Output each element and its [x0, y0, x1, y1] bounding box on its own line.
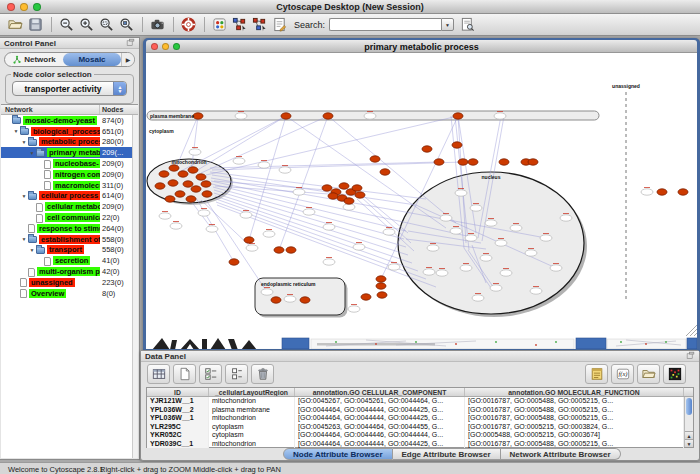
- small-node[interactable]: [455, 190, 467, 196]
- small-node[interactable]: [495, 240, 507, 246]
- scroll-down-icon[interactable]: ▼: [685, 439, 693, 447]
- table-row[interactable]: YPL036W__1mitochondrion[GO:0044464, GO:0…: [147, 414, 693, 423]
- import-attributes-icon[interactable]: [637, 364, 660, 384]
- small-node[interactable]: [470, 205, 482, 211]
- node[interactable]: [468, 159, 478, 165]
- node[interactable]: [274, 247, 284, 253]
- node[interactable]: [453, 113, 463, 119]
- small-node[interactable]: [500, 270, 512, 276]
- table-row[interactable]: YLR295Ccytoplasm[GO:0045263, GO:0044464,…: [147, 423, 693, 432]
- node[interactable]: [458, 159, 468, 165]
- tree-row[interactable]: ▼primary metabolic process209(...: [1, 147, 138, 158]
- small-node[interactable]: [263, 231, 275, 237]
- zoom-selected-icon[interactable]: [97, 15, 116, 34]
- node[interactable]: [376, 283, 386, 289]
- node[interactable]: [352, 185, 362, 191]
- tree-row[interactable]: cell communicat22(0): [1, 212, 138, 223]
- zoom-in-icon[interactable]: [77, 15, 96, 34]
- tab-network-attribute-browser[interactable]: Network Attribute Browser: [501, 448, 621, 460]
- tree-row[interactable]: macromolecule311(0): [1, 180, 138, 191]
- small-node[interactable]: [460, 265, 472, 271]
- table-column-header[interactable]: _cellularLayoutRegion: [209, 388, 295, 396]
- node[interactable]: [183, 181, 193, 187]
- attribute-columns-icon[interactable]: [225, 364, 248, 384]
- tab-mosaic[interactable]: Mosaic: [63, 53, 121, 66]
- small-node[interactable]: [388, 264, 400, 270]
- node[interactable]: [678, 189, 688, 195]
- small-node[interactable]: [198, 210, 210, 216]
- node[interactable]: [344, 198, 354, 204]
- network-canvas[interactable]: plasma membranecytoplasmmitochondrionnuc…: [146, 53, 697, 336]
- layout-b-icon[interactable]: [250, 15, 269, 34]
- tree-row[interactable]: nucleobase-209(0): [1, 158, 138, 169]
- node[interactable]: [657, 189, 667, 195]
- zoom-out-icon[interactable]: [57, 15, 76, 34]
- tab-network[interactable]: Network: [5, 53, 63, 66]
- tree-row[interactable]: multi-organism pro42(0): [1, 266, 138, 277]
- node[interactable]: [244, 237, 254, 243]
- node[interactable]: [196, 174, 206, 180]
- select-attributes-icon[interactable]: [147, 364, 170, 384]
- zoom-fit-icon[interactable]: [117, 15, 136, 34]
- table-column-header[interactable]: ID: [147, 388, 209, 396]
- table-scrollbar[interactable]: ▲ ▼: [684, 397, 693, 447]
- node[interactable]: [271, 297, 281, 303]
- float-panel-icon[interactable]: [686, 351, 695, 362]
- small-node[interactable]: [450, 228, 462, 234]
- tab-edge-attribute-browser[interactable]: Edge Attribute Browser: [393, 448, 501, 460]
- float-panel-icon[interactable]: [126, 38, 135, 49]
- node[interactable]: [191, 186, 201, 192]
- node[interactable]: [229, 259, 239, 265]
- small-node[interactable]: [436, 270, 448, 276]
- table-row[interactable]: YKR052Ccytoplasm[GO:0044464, GO:0044446,…: [147, 431, 693, 440]
- table-column-header[interactable]: annotation.GO CELLULAR_COMPONENT: [295, 388, 465, 396]
- scrollbar-thumb[interactable]: [686, 398, 692, 415]
- small-node[interactable]: [348, 306, 360, 312]
- node[interactable]: [380, 169, 390, 175]
- attribute-matrix-icon[interactable]: [663, 364, 686, 384]
- tree-row[interactable]: secretion41(0): [1, 255, 138, 266]
- create-attribute-icon[interactable]: [173, 364, 196, 384]
- node[interactable]: [202, 191, 212, 197]
- tab-overflow-arrow-icon[interactable]: ▶: [121, 53, 134, 66]
- small-node[interactable]: [159, 213, 171, 219]
- small-node[interactable]: [560, 215, 572, 221]
- tab-node-attribute-browser[interactable]: Node Attribute Browser: [283, 448, 393, 460]
- small-node[interactable]: [540, 235, 552, 241]
- tree-scrollbar[interactable]: [132, 115, 138, 458]
- node[interactable]: [361, 294, 371, 300]
- expander-icon[interactable]: ▼: [28, 150, 36, 156]
- tree-col-network[interactable]: Network: [1, 105, 100, 114]
- node[interactable]: [370, 156, 380, 162]
- node[interactable]: [168, 180, 178, 186]
- small-node[interactable]: [279, 167, 291, 173]
- node[interactable]: [528, 159, 538, 165]
- small-node[interactable]: [258, 162, 270, 168]
- node[interactable]: [322, 185, 332, 191]
- table-row[interactable]: YDR039C__1mitochondrion[GO:0044464, GO:0…: [147, 440, 693, 449]
- small-node[interactable]: [189, 149, 201, 155]
- small-node[interactable]: [472, 295, 484, 301]
- tree-row[interactable]: ▼transport558(0): [1, 245, 138, 256]
- small-node[interactable]: [440, 215, 452, 221]
- node[interactable]: [499, 159, 509, 165]
- help-icon[interactable]: [179, 15, 198, 34]
- tree-row[interactable]: cellular metabo209(0): [1, 201, 138, 212]
- tree-row[interactable]: ▼biological_process651(0): [1, 126, 138, 137]
- node[interactable]: [452, 142, 462, 148]
- expander-icon[interactable]: ▼: [20, 193, 28, 199]
- small-node[interactable]: [323, 259, 335, 265]
- small-node[interactable]: [480, 255, 492, 261]
- small-node[interactable]: [261, 289, 273, 295]
- network-graph[interactable]: plasma membranecytoplasmmitochondrionnuc…: [146, 53, 697, 336]
- node[interactable]: [169, 165, 179, 171]
- notepad-icon[interactable]: [585, 364, 608, 384]
- tree-col-nodes[interactable]: Nodes: [100, 106, 138, 113]
- search-input[interactable]: [329, 18, 441, 31]
- tree-row[interactable]: unassigned223(0): [1, 277, 138, 288]
- scroll-up-icon[interactable]: ▲: [685, 431, 693, 439]
- node[interactable]: [339, 183, 349, 189]
- snapshot-icon[interactable]: [148, 15, 167, 34]
- vizmapper-icon[interactable]: [210, 15, 229, 34]
- small-node[interactable]: [206, 226, 218, 232]
